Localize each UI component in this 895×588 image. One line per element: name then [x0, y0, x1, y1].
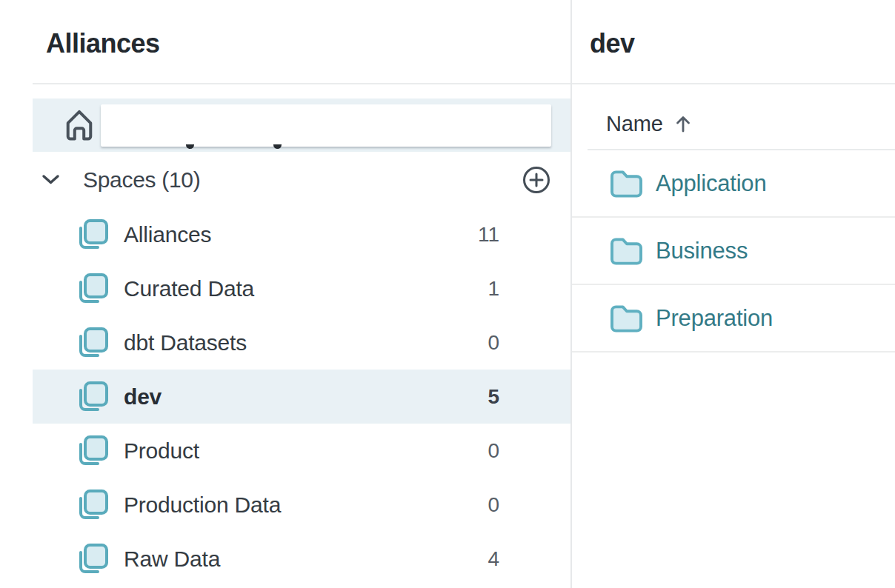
hidden-text-descender — [186, 144, 194, 149]
folder-link[interactable]: Preparation — [656, 305, 773, 332]
space-item-alliances[interactable]: Alliances 11 — [0, 207, 570, 261]
page-title: dev — [590, 28, 635, 59]
name-column-header[interactable]: Name — [606, 98, 692, 150]
space-icon — [76, 218, 108, 251]
folder-icon — [610, 304, 643, 333]
space-dataset-count: 1 — [488, 277, 499, 301]
space-dataset-count: 0 — [488, 493, 499, 517]
hidden-text-descender — [273, 144, 282, 149]
name-column-label: Name — [606, 112, 663, 136]
folder-list: Application Business Preparation — [572, 150, 895, 353]
space-name: dev — [124, 384, 162, 410]
space-dataset-count: 11 — [478, 223, 499, 247]
space-dataset-count: 4 — [488, 547, 499, 571]
space-icon — [76, 435, 108, 467]
space-name: dbt Datasets — [124, 330, 247, 355]
sidebar-title: Alliances — [46, 28, 160, 59]
spaces-section-label: Spaces (10) — [83, 167, 200, 193]
space-item-raw-data[interactable]: Raw Data 4 — [0, 532, 570, 586]
space-name: Curated Data — [124, 276, 254, 301]
space-name: Production Data — [124, 492, 281, 518]
app-window: Alliances Spaces (10) — [0, 0, 895, 588]
spaces-list: Alliances 11 Curated Data 1 — [0, 207, 570, 586]
plus-circle-icon[interactable] — [522, 165, 551, 195]
space-item-curated-data[interactable]: Curated Data 1 — [0, 261, 570, 315]
space-dataset-count: 0 — [488, 439, 499, 463]
space-content-panel: dev Name Application — [572, 0, 895, 588]
redacted-text-overlay — [101, 104, 551, 147]
spaces-sidebar: Alliances Spaces (10) — [0, 0, 572, 588]
folder-icon — [610, 236, 643, 266]
folder-link[interactable]: Application — [656, 170, 766, 197]
panel-divider — [572, 83, 895, 84]
sidebar-divider — [33, 83, 570, 84]
chevron-down-icon[interactable] — [41, 174, 60, 185]
space-item-dev-selected[interactable]: dev 5 — [0, 370, 570, 424]
folder-icon — [610, 169, 643, 198]
folder-row-business[interactable]: Business — [572, 218, 895, 285]
space-item-production-data[interactable]: Production Data 0 — [0, 478, 570, 532]
space-item-product[interactable]: Product 0 — [0, 424, 570, 478]
space-name: Raw Data — [124, 547, 220, 572]
space-icon — [76, 381, 108, 413]
space-name: Product — [124, 438, 199, 464]
space-icon — [76, 543, 108, 575]
space-icon — [76, 489, 108, 521]
folder-row-application[interactable]: Application — [572, 150, 895, 218]
folder-row-preparation[interactable]: Preparation — [572, 285, 895, 353]
home-icon — [64, 108, 95, 142]
space-dataset-count: 5 — [488, 385, 499, 409]
space-name: Alliances — [124, 222, 211, 247]
arrow-up-icon — [674, 114, 692, 133]
home-row[interactable] — [33, 98, 570, 152]
space-item-dbt-datasets[interactable]: dbt Datasets 0 — [0, 315, 570, 370]
space-dataset-count: 0 — [488, 331, 499, 355]
folder-link[interactable]: Business — [656, 238, 748, 264]
space-icon — [76, 327, 108, 359]
space-icon — [76, 273, 108, 305]
spaces-section-header: Spaces (10) — [0, 152, 570, 207]
